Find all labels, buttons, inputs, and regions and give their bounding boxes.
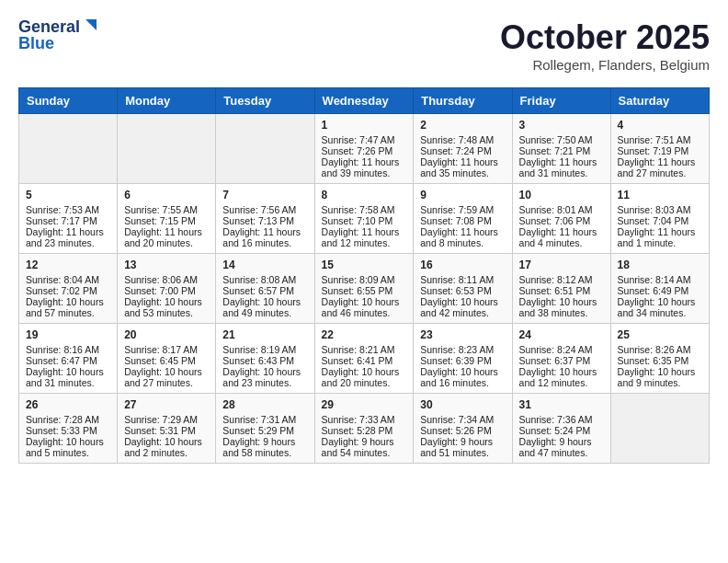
sunset-text: Sunset: 7:02 PM [26, 285, 110, 296]
sunrise-text: Sunrise: 7:33 AM [322, 414, 407, 425]
calendar-week-row: 5Sunrise: 7:53 AMSunset: 7:17 PMDaylight… [19, 184, 710, 254]
sunrise-text: Sunrise: 7:55 AM [124, 204, 209, 215]
sunset-text: Sunset: 5:33 PM [26, 425, 110, 436]
day-number: 26 [26, 398, 110, 411]
calendar-cell: 1Sunrise: 7:47 AMSunset: 7:26 PMDaylight… [314, 114, 414, 184]
sunset-text: Sunset: 6:41 PM [322, 355, 407, 366]
sunrise-text: Sunrise: 7:36 AM [519, 414, 604, 425]
day-number: 8 [322, 189, 407, 201]
sunset-text: Sunset: 7:13 PM [222, 215, 307, 226]
day-number: 12 [26, 259, 110, 271]
daylight-text: Daylight: 11 hours and 31 minutes. [519, 156, 604, 178]
calendar-cell: 3Sunrise: 7:50 AMSunset: 7:21 PMDaylight… [512, 114, 610, 184]
sunset-text: Sunset: 6:49 PM [618, 285, 702, 296]
calendar-cell: 24Sunrise: 8:24 AMSunset: 6:37 PMDayligh… [512, 324, 610, 394]
sunrise-text: Sunrise: 7:51 AM [618, 134, 702, 145]
calendar-cell [610, 394, 709, 464]
sunrise-text: Sunrise: 8:21 AM [322, 344, 407, 355]
sunrise-text: Sunrise: 7:50 AM [519, 134, 604, 145]
calendar-cell: 16Sunrise: 8:11 AMSunset: 6:53 PMDayligh… [414, 254, 512, 324]
calendar-week-row: 12Sunrise: 8:04 AMSunset: 7:02 PMDayligh… [19, 254, 710, 324]
sunset-text: Sunset: 5:28 PM [322, 425, 407, 436]
sunrise-text: Sunrise: 7:48 AM [420, 134, 505, 145]
day-number: 5 [26, 189, 110, 201]
calendar-week-row: 1Sunrise: 7:47 AMSunset: 7:26 PMDaylight… [19, 114, 710, 184]
daylight-text: Daylight: 9 hours and 47 minutes. [519, 436, 604, 458]
title-block: October 2025 Rollegem, Flanders, Belgium [500, 18, 710, 73]
daylight-text: Daylight: 10 hours and 27 minutes. [124, 366, 209, 388]
month-title: October 2025 [500, 18, 710, 57]
calendar-cell: 4Sunrise: 7:51 AMSunset: 7:19 PMDaylight… [610, 114, 709, 184]
calendar-table: SundayMondayTuesdayWednesdayThursdayFrid… [18, 87, 710, 464]
calendar-cell [118, 114, 216, 184]
calendar-cell: 14Sunrise: 8:08 AMSunset: 6:57 PMDayligh… [216, 254, 314, 324]
sunrise-text: Sunrise: 8:16 AM [26, 344, 110, 355]
calendar-cell: 13Sunrise: 8:06 AMSunset: 7:00 PMDayligh… [118, 254, 216, 324]
sunset-text: Sunset: 6:35 PM [618, 355, 702, 366]
calendar-cell: 2Sunrise: 7:48 AMSunset: 7:24 PMDaylight… [414, 114, 512, 184]
logo: General Blue [18, 18, 98, 52]
day-number: 3 [519, 119, 604, 132]
calendar-cell: 20Sunrise: 8:17 AMSunset: 6:45 PMDayligh… [118, 324, 216, 394]
daylight-text: Daylight: 11 hours and 20 minutes. [124, 226, 209, 248]
sunrise-text: Sunrise: 7:28 AM [26, 414, 110, 425]
calendar-cell: 23Sunrise: 8:23 AMSunset: 6:39 PMDayligh… [414, 324, 512, 394]
daylight-text: Daylight: 10 hours and 49 minutes. [222, 296, 307, 318]
calendar-cell: 31Sunrise: 7:36 AMSunset: 5:24 PMDayligh… [512, 394, 610, 464]
calendar-cell: 7Sunrise: 7:56 AMSunset: 7:13 PMDaylight… [216, 184, 314, 254]
sunset-text: Sunset: 5:24 PM [519, 425, 604, 436]
sunrise-text: Sunrise: 7:29 AM [124, 414, 209, 425]
daylight-text: Daylight: 10 hours and 38 minutes. [519, 296, 604, 318]
calendar-week-row: 26Sunrise: 7:28 AMSunset: 5:33 PMDayligh… [19, 394, 710, 464]
sunrise-text: Sunrise: 8:06 AM [124, 274, 209, 285]
daylight-text: Daylight: 10 hours and 9 minutes. [618, 366, 702, 388]
sunrise-text: Sunrise: 8:23 AM [420, 344, 505, 355]
daylight-text: Daylight: 11 hours and 35 minutes. [420, 156, 505, 178]
daylight-text: Daylight: 10 hours and 16 minutes. [420, 366, 505, 388]
calendar-cell: 26Sunrise: 7:28 AMSunset: 5:33 PMDayligh… [19, 394, 118, 464]
sunset-text: Sunset: 6:45 PM [124, 355, 209, 366]
sunrise-text: Sunrise: 7:53 AM [26, 204, 110, 215]
calendar-cell: 28Sunrise: 7:31 AMSunset: 5:29 PMDayligh… [216, 394, 314, 464]
sunset-text: Sunset: 7:08 PM [420, 215, 505, 226]
sunset-text: Sunset: 6:55 PM [322, 285, 407, 296]
daylight-text: Daylight: 11 hours and 1 minute. [618, 226, 702, 248]
calendar-cell: 29Sunrise: 7:33 AMSunset: 5:28 PMDayligh… [314, 394, 414, 464]
logo-blue-text: Blue [18, 35, 98, 52]
sunrise-text: Sunrise: 8:24 AM [519, 344, 604, 355]
weekday-header: Sunday [19, 88, 118, 114]
day-number: 31 [519, 398, 604, 411]
calendar-cell: 6Sunrise: 7:55 AMSunset: 7:15 PMDaylight… [118, 184, 216, 254]
day-number: 7 [222, 189, 307, 201]
day-number: 4 [618, 119, 702, 132]
daylight-text: Daylight: 11 hours and 4 minutes. [519, 226, 604, 248]
daylight-text: Daylight: 11 hours and 8 minutes. [420, 226, 505, 248]
daylight-text: Daylight: 10 hours and 53 minutes. [124, 296, 209, 318]
calendar-cell: 30Sunrise: 7:34 AMSunset: 5:26 PMDayligh… [414, 394, 512, 464]
sunset-text: Sunset: 7:19 PM [618, 145, 702, 156]
daylight-text: Daylight: 11 hours and 12 minutes. [322, 226, 407, 248]
sunrise-text: Sunrise: 8:11 AM [420, 274, 505, 285]
weekday-header: Saturday [610, 88, 709, 114]
day-number: 19 [26, 328, 110, 341]
day-number: 6 [124, 189, 209, 201]
sunset-text: Sunset: 5:31 PM [124, 425, 209, 436]
sunset-text: Sunset: 6:47 PM [26, 355, 110, 366]
sunset-text: Sunset: 6:51 PM [519, 285, 604, 296]
day-number: 25 [618, 328, 702, 341]
calendar-cell: 9Sunrise: 7:59 AMSunset: 7:08 PMDaylight… [414, 184, 512, 254]
daylight-text: Daylight: 9 hours and 54 minutes. [322, 436, 407, 458]
daylight-text: Daylight: 10 hours and 12 minutes. [519, 366, 604, 388]
sunset-text: Sunset: 7:00 PM [124, 285, 209, 296]
calendar-cell: 15Sunrise: 8:09 AMSunset: 6:55 PMDayligh… [314, 254, 414, 324]
calendar-cell: 12Sunrise: 8:04 AMSunset: 7:02 PMDayligh… [19, 254, 118, 324]
day-number: 17 [519, 259, 604, 271]
calendar-cell: 11Sunrise: 8:03 AMSunset: 7:04 PMDayligh… [610, 184, 709, 254]
calendar-cell: 21Sunrise: 8:19 AMSunset: 6:43 PMDayligh… [216, 324, 314, 394]
sunrise-text: Sunrise: 8:14 AM [618, 274, 702, 285]
sunrise-text: Sunrise: 8:03 AM [618, 204, 702, 215]
sunset-text: Sunset: 6:53 PM [420, 285, 505, 296]
calendar-cell: 19Sunrise: 8:16 AMSunset: 6:47 PMDayligh… [19, 324, 118, 394]
sunset-text: Sunset: 5:29 PM [222, 425, 307, 436]
weekday-header: Monday [118, 88, 216, 114]
